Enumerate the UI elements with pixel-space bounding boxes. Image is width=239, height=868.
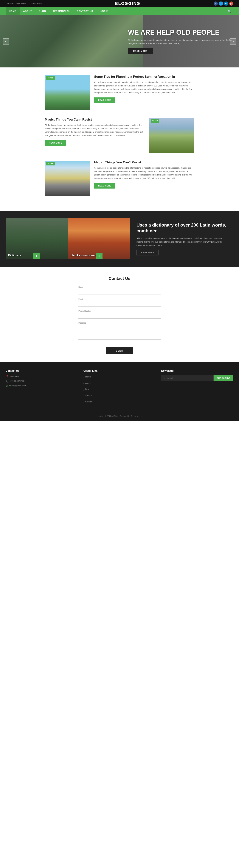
message-label: Message [78, 322, 161, 324]
post-1-readmore-button[interactable]: READ MORE [94, 97, 115, 103]
blog-post-2: 03 FEB Magic: Things You Can't Resist Al… [45, 118, 194, 153]
post-1-image-wrap: 02 FEB [45, 75, 90, 110]
footer-newsletter-col: Newsletter subscribe [161, 369, 233, 406]
newsletter-email-input[interactable] [161, 375, 214, 381]
location-icon: 📍 [6, 375, 8, 378]
email-input[interactable] [78, 301, 161, 307]
nav-home[interactable]: HOME [6, 7, 20, 15]
footer-link-service-text[interactable]: Service [85, 394, 92, 397]
nav-contact[interactable]: CONTACT US [73, 7, 97, 15]
post-2-readmore-button[interactable]: READ MORE [45, 140, 66, 146]
email-icon: ✉ [6, 384, 8, 387]
blog-section: 02 FEB Some Tips for Planning a Perfect … [39, 67, 200, 211]
hero-readmore-button[interactable]: READ MORE [128, 48, 153, 54]
googleplus-icon[interactable]: g+ [229, 1, 233, 6]
post-3-image [45, 161, 90, 196]
contact-section: Contact Us Name Email Phone Number Messa… [73, 267, 166, 362]
nav-testimonial[interactable]: TESTIMONIAL [49, 7, 73, 15]
footer-link-blog: › Blog [83, 388, 156, 393]
post-2-body: All the Lorem Ipsum generators on the In… [45, 123, 145, 137]
subscribe-button[interactable]: subscribe [214, 375, 233, 381]
hero-next-button[interactable]: › [230, 38, 236, 44]
social-icons: f t in g+ [214, 1, 233, 6]
hero-section: ‹ WE ARE HELP OLD PEOPLE All the Lorem I… [0, 15, 239, 67]
gallery-text: Uses a dictionary of over 200 Latin word… [131, 218, 233, 259]
nav-blog[interactable]: BLOG [35, 7, 50, 15]
footer-email: ✉ demo@gmail.com [6, 384, 78, 387]
top-bar: Call: +01 12345 67890 Lorem ipsum BLOGGI… [0, 0, 239, 7]
footer-phone-text: +71 886078493 [10, 380, 24, 382]
message-input[interactable] [78, 325, 161, 340]
arrow-icon: › [83, 376, 84, 379]
blog-post-3: 04 FEB Magic: Things You Can't Resist Al… [45, 161, 194, 196]
footer-link-contact: › Contact [83, 400, 156, 405]
post-2-image-wrap: 03 FEB [149, 118, 194, 153]
name-input[interactable] [78, 289, 161, 295]
linkedin-icon[interactable]: in [224, 1, 228, 6]
gallery-cards: Dictionary + chunks as necessary, + [6, 218, 131, 259]
footer: Contact Us 📍 Locations 📞 +71 886078493 ✉… [0, 362, 239, 421]
twitter-icon[interactable]: t [219, 1, 223, 6]
gallery-card-1-button[interactable]: + [33, 253, 40, 259]
post-1-content: Some Tips for Planning a Perfect Summer … [94, 75, 194, 103]
copyright-text: copyright © 2017 All Rights Reserved by … [97, 415, 142, 417]
post-3-content: Magic: Things You Can't Resist All the L… [94, 161, 194, 189]
search-icon[interactable]: 🔍 [225, 7, 233, 15]
send-button[interactable]: SEND [106, 347, 133, 354]
post-1-date: 02 FEB [46, 76, 55, 80]
gallery-card-2-label: chunks as necessary, [71, 254, 98, 257]
gallery-title: Uses a dictionary of over 200 Latin word… [136, 222, 228, 234]
post-2-content: Magic: Things You Can't Resist All the L… [45, 118, 145, 146]
nav-about[interactable]: ABOUT [20, 7, 35, 15]
post-3-image-wrap: 04 FEB [45, 161, 90, 196]
footer-link-home: › Home [83, 375, 156, 380]
facebook-icon[interactable]: f [214, 1, 218, 6]
top-bar-email: Lorem ipsum [30, 2, 42, 5]
post-2-image [149, 118, 194, 153]
contact-form: Name Email Phone Number Message SEND [78, 286, 161, 354]
email-label: Email [78, 298, 161, 300]
footer-newsletter-heading: Newsletter [161, 369, 233, 372]
gallery-card-2-button[interactable]: + [96, 253, 103, 259]
phone-input[interactable] [78, 313, 161, 318]
footer-link-home-text[interactable]: Home [85, 375, 91, 379]
gallery-card-1-label: Dictionary [8, 254, 21, 257]
nav-login[interactable]: LOG IN [96, 7, 112, 15]
post-3-body: All the Lorem Ipsum generators on the In… [94, 166, 194, 180]
hero-prev-button[interactable]: ‹ [3, 38, 9, 44]
phone-icon: 📞 [6, 380, 8, 383]
arrow-icon: › [83, 382, 84, 385]
post-3-title: Magic: Things You Can't Resist [94, 161, 194, 164]
footer-link-about: › About [83, 381, 156, 386]
arrow-icon: › [83, 401, 84, 404]
footer-copyright: copyright © 2017 All Rights Reserved by … [6, 412, 233, 417]
gallery-card-2: chunks as necessary, + [68, 218, 130, 259]
gallery-body: All the Lorem Ipsum generators on the In… [136, 237, 228, 247]
footer-link-blog-text[interactable]: Blog [85, 388, 89, 391]
footer-links-heading: Useful Link [83, 369, 156, 372]
post-3-readmore-button[interactable]: READ MORE [94, 183, 115, 189]
footer-contact-heading: Contact Us [6, 369, 78, 372]
footer-contact-col: Contact Us 📍 Locations 📞 +71 886078493 ✉… [6, 369, 78, 406]
top-bar-phone: Call: +01 12345 67890 [6, 2, 26, 5]
contact-title: Contact Us [78, 276, 161, 281]
hero-description: All the Lorem Ipsum generators on the In… [128, 38, 233, 45]
top-bar-contact: Call: +01 12345 67890 Lorem ipsum [6, 2, 42, 5]
hero-content: WE ARE HELP OLD PEOPLE All the Lorem Ips… [124, 23, 239, 60]
post-3-date: 04 FEB [46, 162, 55, 165]
post-1-image [45, 75, 90, 110]
post-2-date: 03 FEB [151, 119, 159, 123]
footer-link-contact-text[interactable]: Contact [85, 400, 92, 404]
footer-location-text: Locations [10, 375, 19, 377]
brand-name: BLOGGING [115, 1, 140, 6]
post-1-body: All the Lorem Ipsum generators on the In… [94, 81, 194, 94]
footer-links-col: Useful Link › Home › About › Blog › Serv… [83, 369, 156, 406]
blog-post-1: 02 FEB Some Tips for Planning a Perfect … [45, 75, 194, 110]
phone-label: Phone Number [78, 310, 161, 312]
post-2-title: Magic: Things You Can't Resist [45, 118, 145, 121]
arrow-icon: › [83, 395, 84, 398]
gallery-readmore-button[interactable]: READ MORE [136, 250, 159, 255]
footer-link-about-text[interactable]: About [85, 381, 91, 385]
footer-location: 📍 Locations [6, 375, 78, 378]
newsletter-form: subscribe [161, 375, 233, 381]
